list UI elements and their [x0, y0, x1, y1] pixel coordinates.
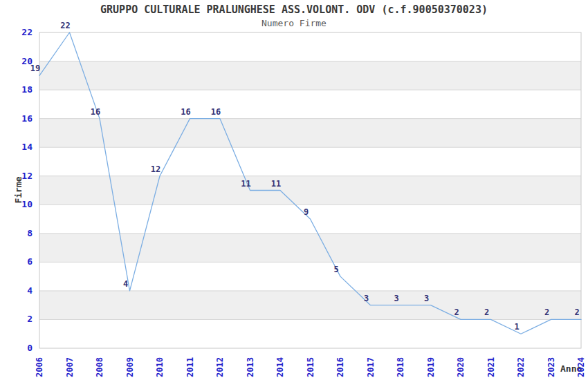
y-tick-label: 18: [21, 84, 33, 95]
point-label: 5: [333, 265, 338, 274]
y-tick-label: 6: [27, 256, 33, 267]
x-tick-label: 2011: [185, 357, 195, 377]
x-tick-label: 2021: [486, 357, 496, 377]
point-label: 9: [304, 207, 309, 217]
x-tick-label: 2024: [576, 357, 586, 377]
shaded-band: [39, 291, 581, 320]
point-label: 3: [364, 294, 369, 303]
point-label: 16: [181, 107, 190, 117]
point-label: 2: [574, 307, 579, 317]
point-label: 2: [454, 307, 459, 317]
point-label: 11: [271, 179, 281, 189]
point-label: 12: [151, 164, 160, 174]
x-tick-label: 2016: [336, 357, 345, 377]
y-tick-label: 16: [21, 113, 33, 124]
shaded-band: [39, 61, 581, 91]
x-tick-label: 2006: [35, 357, 44, 377]
point-label: 16: [211, 107, 221, 117]
point-label: 19: [30, 64, 40, 73]
x-tick-label: 2009: [125, 357, 135, 377]
x-tick-label: 2008: [95, 357, 104, 377]
x-tick-label: 2017: [366, 357, 376, 377]
x-tick-label: 2023: [546, 357, 556, 377]
y-tick-label: 10: [21, 199, 33, 209]
x-tick-label: 2019: [426, 357, 436, 377]
x-tick-label: 2010: [155, 357, 165, 377]
y-tick-label: 8: [27, 228, 33, 238]
shaded-band: [39, 176, 581, 205]
point-label: 11: [241, 179, 250, 189]
point-label: 1: [514, 322, 519, 332]
point-label: 22: [60, 21, 70, 30]
y-tick-label: 4: [27, 285, 33, 296]
y-tick-label: 22: [21, 27, 33, 37]
shaded-band: [39, 119, 581, 148]
x-tick-label: 2022: [516, 357, 526, 377]
point-label: 16: [91, 107, 100, 117]
point-label: 3: [394, 294, 398, 303]
y-tick-label: 0: [27, 343, 33, 353]
chart-page: GRUPPO CULTURALE PRALUNGHESE ASS.VOLONT.…: [0, 0, 588, 380]
y-tick-label: 2: [27, 314, 33, 324]
point-label: 2: [484, 307, 489, 317]
y-tick-label: 12: [21, 171, 33, 181]
x-tick-label: 2007: [65, 357, 75, 377]
x-tick-label: 2012: [215, 357, 225, 377]
point-label: 3: [424, 294, 429, 303]
y-tick-label: 14: [21, 142, 33, 152]
x-tick-label: 2018: [396, 357, 405, 377]
point-label: 2: [544, 307, 549, 317]
x-tick-label: 2015: [306, 357, 315, 377]
x-tick-label: 2014: [275, 357, 285, 377]
line-chart: 0246810121416182022200620072008200920102…: [0, 0, 588, 380]
x-tick-label: 2013: [246, 357, 255, 377]
point-label: 4: [123, 279, 128, 289]
x-tick-label: 2020: [456, 357, 466, 377]
